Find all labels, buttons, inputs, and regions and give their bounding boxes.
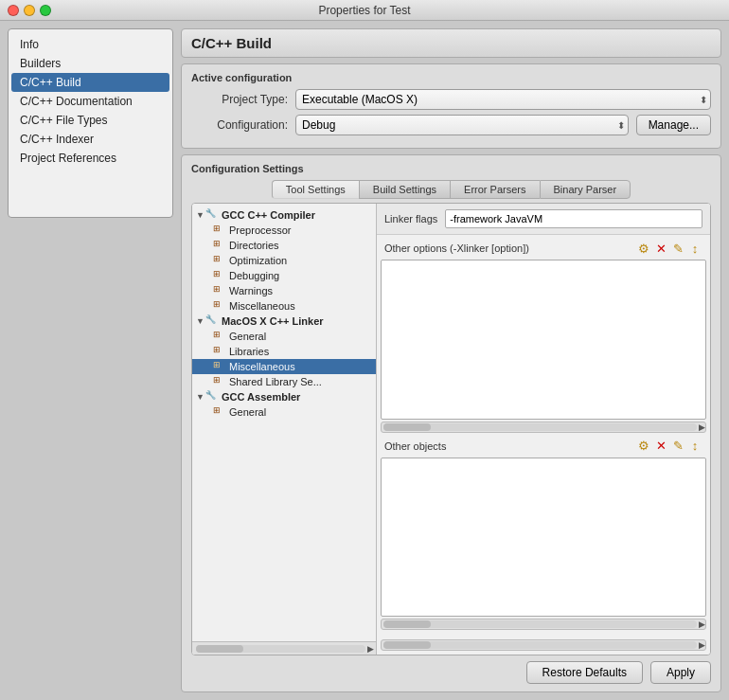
- tree-label-shared-library: Shared Library Se...: [229, 376, 322, 387]
- apply-button[interactable]: Apply: [650, 661, 711, 684]
- tree-hscrollbar[interactable]: ▶: [192, 641, 376, 655]
- tab-tool-settings[interactable]: Tool Settings: [272, 180, 359, 199]
- debugging-icon: ⊞: [213, 269, 226, 282]
- other-options-list: [381, 260, 706, 420]
- tree-item-misc-linker[interactable]: ⊞ Miscellaneous: [192, 359, 376, 374]
- tree-panel: ▼ 🔧 GCC C++ Compiler ⊞ Preprocessor ⊞: [192, 204, 377, 655]
- other-objects-icons: ⚙ ✕ ✎ ↕: [636, 439, 702, 454]
- tree-item-general-assembler[interactable]: ⊞ General: [192, 404, 376, 420]
- tree-item-assembler[interactable]: ▼ 🔧 GCC Assembler: [192, 389, 376, 404]
- tree-item-gcc-compiler[interactable]: ▼ 🔧 GCC C++ Compiler: [192, 207, 376, 223]
- other-options-move-icon[interactable]: ↕: [687, 241, 702, 256]
- tree-content: ▼ 🔧 GCC C++ Compiler ⊞ Preprocessor ⊞: [192, 204, 376, 641]
- tab-binary-parser[interactable]: Binary Parser: [540, 180, 631, 199]
- split-pane: ▼ 🔧 GCC C++ Compiler ⊞ Preprocessor ⊞: [191, 203, 711, 655]
- other-objects-add-icon[interactable]: ⚙: [636, 439, 651, 454]
- tree-label-warnings: Warnings: [229, 285, 273, 296]
- tree-item-warnings[interactable]: ⊞ Warnings: [192, 283, 376, 298]
- linker-flags-row: Linker flags -framework JavaVM: [377, 204, 710, 235]
- tab-build-settings[interactable]: Build Settings: [359, 180, 450, 199]
- tabs-container: Tool Settings Build Settings Error Parse…: [191, 180, 711, 199]
- linker-flags-label: Linker flags: [384, 213, 437, 224]
- other-objects-label: Other objects: [384, 440, 446, 452]
- sidebar-item-info[interactable]: Info: [9, 35, 172, 54]
- other-options-scroll-track: [383, 423, 697, 431]
- sidebar-item-cpp-build[interactable]: C/C++ Build: [11, 73, 169, 92]
- details-bottom-scroll-thumb: [383, 641, 431, 649]
- sidebar: Info Builders C/C++ Build C/C++ Document…: [8, 28, 173, 218]
- tree-label-misc-linker: Miscellaneous: [229, 361, 295, 372]
- other-objects-edit-icon[interactable]: ✎: [670, 439, 685, 454]
- compiler-icon: 🔧: [205, 208, 219, 222]
- window-title: Properties for Test: [318, 4, 410, 17]
- other-objects-scroll-right[interactable]: ▶: [699, 619, 705, 629]
- general-assembler-icon: ⊞: [213, 405, 226, 419]
- maximize-button[interactable]: [40, 5, 51, 16]
- misc-linker-icon: ⊞: [213, 360, 226, 373]
- linker-icon: 🔧: [205, 314, 219, 328]
- other-options-label: Other options (-Xlinker [option]): [384, 242, 529, 254]
- optimization-icon: ⊞: [213, 254, 226, 267]
- configuration-row: Configuration: Debug ⬍ Manage...: [191, 115, 711, 135]
- project-type-label: Project Type:: [191, 93, 295, 106]
- sidebar-item-builders[interactable]: Builders: [9, 54, 172, 73]
- details-bottom-hscrollbar[interactable]: ▶: [381, 639, 706, 651]
- tree-item-misc-compiler[interactable]: ⊞ Miscellaneous: [192, 298, 376, 314]
- other-options-delete-icon[interactable]: ✕: [653, 241, 668, 256]
- tree-item-shared-library[interactable]: ⊞ Shared Library Se...: [192, 374, 376, 389]
- shared-library-icon: ⊞: [213, 375, 226, 388]
- preprocessor-icon: ⊞: [213, 224, 226, 237]
- close-button[interactable]: [8, 5, 19, 16]
- sidebar-item-cpp-docs[interactable]: C/C++ Documentation: [9, 92, 172, 111]
- tree-hscrollbar-arrow-right[interactable]: ▶: [367, 644, 374, 654]
- minimize-button[interactable]: [24, 5, 35, 16]
- tree-arrow-gcc: ▼: [196, 210, 205, 220]
- tree-label-directories: Directories: [229, 240, 279, 251]
- linker-flags-input[interactable]: -framework JavaVM: [445, 209, 702, 228]
- sidebar-item-cpp-file-types[interactable]: C/C++ File Types: [9, 111, 172, 130]
- tree-item-optimization[interactable]: ⊞ Optimization: [192, 253, 376, 268]
- window-controls: [8, 5, 51, 16]
- project-type-select[interactable]: Executable (MacOS X): [295, 89, 711, 110]
- details-bottom-scroll-right[interactable]: ▶: [699, 640, 705, 650]
- libraries-icon: ⊞: [213, 345, 226, 358]
- tree-label-linker: MacOS X C++ Linker: [222, 315, 324, 327]
- tree-label-gcc-compiler: GCC C++ Compiler: [222, 209, 315, 221]
- other-objects-group: Other objects ⚙ ✕ ✎ ↕: [381, 437, 706, 631]
- sidebar-item-cpp-indexer[interactable]: C/C++ Indexer: [9, 130, 172, 149]
- configuration-select[interactable]: Debug: [295, 115, 629, 135]
- other-options-header: Other options (-Xlinker [option]) ⚙ ✕ ✎ …: [381, 239, 706, 258]
- configuration-select-wrapper: Debug ⬍: [295, 115, 629, 135]
- tree-item-preprocessor[interactable]: ⊞ Preprocessor: [192, 223, 376, 238]
- tree-item-libraries[interactable]: ⊞ Libraries: [192, 344, 376, 359]
- tab-error-parsers[interactable]: Error Parsers: [450, 180, 539, 199]
- manage-button[interactable]: Manage...: [636, 115, 711, 135]
- right-panel: C/C++ Build Active configuration Project…: [181, 28, 721, 692]
- project-type-select-wrapper: Executable (MacOS X) ⬍: [295, 89, 711, 110]
- tree-item-debugging[interactable]: ⊞ Debugging: [192, 268, 376, 283]
- other-objects-scroll-thumb: [383, 620, 431, 628]
- restore-defaults-button[interactable]: Restore Defaults: [526, 661, 643, 684]
- tree-arrow-assembler: ▼: [196, 392, 205, 402]
- config-settings-section: Configuration Settings Tool Settings Bui…: [181, 154, 721, 692]
- other-options-edit-icon[interactable]: ✎: [670, 241, 685, 256]
- misc-compiler-icon: ⊞: [213, 299, 226, 313]
- tree-label-general-linker: General: [229, 331, 266, 342]
- page-title: C/C++ Build: [181, 28, 721, 58]
- other-objects-delete-icon[interactable]: ✕: [653, 439, 668, 454]
- tree-label-general-assembler: General: [229, 406, 266, 418]
- other-objects-move-icon[interactable]: ↕: [687, 439, 702, 454]
- bottom-actions: Restore Defaults Apply: [191, 655, 711, 684]
- other-options-add-icon[interactable]: ⚙: [636, 241, 651, 256]
- tree-item-general-linker[interactable]: ⊞ General: [192, 329, 376, 344]
- details-panel: Linker flags -framework JavaVM Other opt…: [377, 204, 710, 655]
- other-objects-hscrollbar[interactable]: ▶: [381, 619, 706, 630]
- other-options-hscrollbar[interactable]: ▶: [381, 422, 706, 433]
- other-options-icons: ⚙ ✕ ✎ ↕: [636, 241, 702, 256]
- other-options-scroll-right[interactable]: ▶: [699, 422, 705, 432]
- sidebar-item-project-refs[interactable]: Project References: [9, 149, 172, 168]
- tree-item-directories[interactable]: ⊞ Directories: [192, 238, 376, 253]
- directories-icon: ⊞: [213, 239, 226, 252]
- tree-item-linker[interactable]: ▼ 🔧 MacOS X C++ Linker: [192, 314, 376, 329]
- tree-hscrollbar-thumb: [196, 645, 243, 653]
